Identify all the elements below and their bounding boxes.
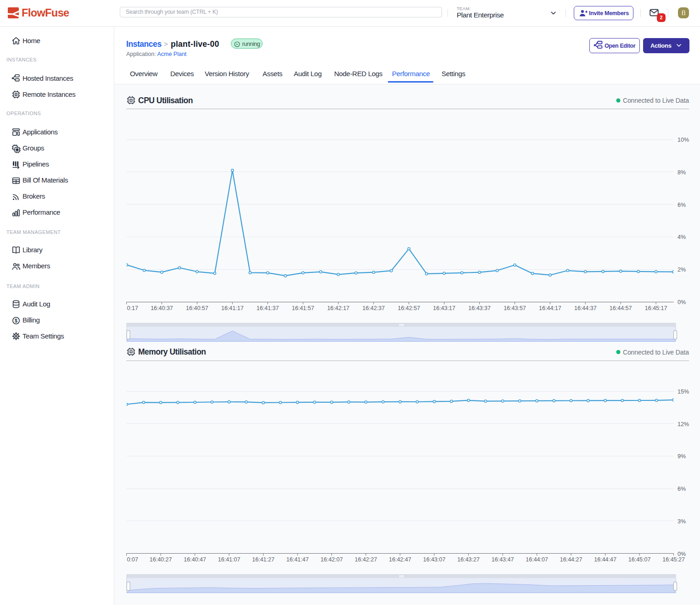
svg-text:16:44:07: 16:44:07	[526, 556, 548, 563]
svg-text:16:43:37: 16:43:37	[468, 305, 491, 311]
svg-text:2%: 2%	[678, 266, 686, 273]
svg-text:CPU Utilisation: CPU Utilisation	[138, 96, 193, 105]
svg-text:10%: 10%	[678, 137, 689, 143]
svg-text:6%: 6%	[678, 202, 686, 208]
svg-text:16:45:17: 16:45:17	[645, 305, 667, 311]
svg-text:16:43:17: 16:43:17	[433, 305, 455, 311]
svg-text:16:41:27: 16:41:27	[252, 556, 274, 563]
svg-text:16:42:47: 16:42:47	[389, 556, 411, 563]
svg-text:16:41:47: 16:41:47	[286, 556, 309, 563]
svg-text:16:42:57: 16:42:57	[398, 305, 420, 311]
svg-text:16:44:27: 16:44:27	[560, 556, 582, 563]
svg-text:16:41:57: 16:41:57	[292, 305, 314, 311]
svg-text:16:43:27: 16:43:27	[457, 556, 480, 563]
svg-text:16:40:57: 16:40:57	[186, 305, 208, 311]
svg-text:Connected to Live Data: Connected to Live Data	[623, 349, 689, 356]
svg-text:16:43:07: 16:43:07	[423, 556, 446, 563]
svg-text:15%: 15%	[678, 389, 689, 395]
svg-text:16:42:07: 16:42:07	[320, 556, 343, 563]
svg-text:16:44:17: 16:44:17	[539, 305, 561, 311]
svg-text:8%: 8%	[678, 169, 686, 176]
svg-text:4%: 4%	[678, 234, 686, 240]
svg-text:16:43:57: 16:43:57	[504, 305, 526, 311]
svg-text:16:41:17: 16:41:17	[221, 305, 244, 311]
svg-text:16:41:07: 16:41:07	[218, 556, 241, 563]
svg-text:16:40:27: 16:40:27	[150, 556, 172, 563]
svg-text:16:42:37: 16:42:37	[363, 305, 385, 311]
svg-text:Memory Utilisation: Memory Utilisation	[138, 347, 206, 356]
svg-text:0%: 0%	[678, 299, 686, 305]
svg-text:16:44:57: 16:44:57	[610, 305, 632, 311]
svg-text:16:40:47: 16:40:47	[184, 556, 206, 563]
svg-text:16:43:47: 16:43:47	[492, 556, 514, 563]
svg-text:16:44:47: 16:44:47	[594, 556, 616, 563]
svg-text:$: $	[15, 317, 17, 323]
svg-text:16:42:17: 16:42:17	[327, 305, 350, 311]
svg-text:16:45:07: 16:45:07	[628, 556, 651, 563]
svg-text:16:42:27: 16:42:27	[355, 556, 377, 563]
svg-text:0:17: 0:17	[127, 305, 138, 311]
svg-text:16:44:37: 16:44:37	[574, 305, 597, 311]
svg-text:16:40:37: 16:40:37	[151, 305, 173, 311]
svg-text:9%: 9%	[678, 453, 686, 460]
svg-text:12%: 12%	[678, 421, 689, 427]
svg-text:Connected to Live Data: Connected to Live Data	[623, 97, 689, 104]
svg-text:3%: 3%	[678, 518, 686, 525]
svg-text:16:45:27: 16:45:27	[662, 556, 685, 563]
svg-text:6%: 6%	[678, 486, 686, 492]
svg-text:16:41:37: 16:41:37	[257, 305, 279, 311]
svg-text:0:07: 0:07	[127, 556, 138, 563]
